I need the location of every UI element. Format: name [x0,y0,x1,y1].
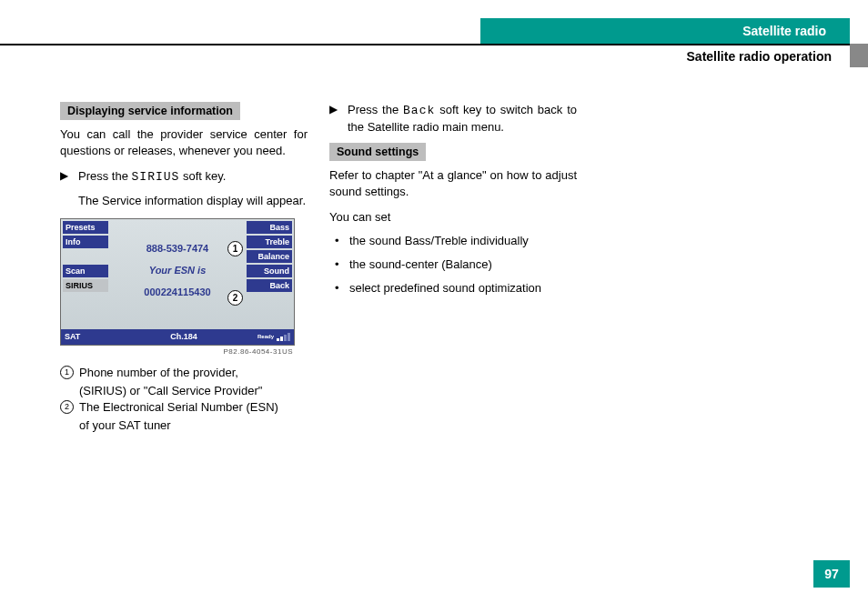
list-item: • the sound Bass/Treble individually [335,233,577,249]
step-text: Press the SIRIUS soft key. [78,168,308,186]
list-item: • the sound-center (Balance) [335,256,577,273]
step-press-back: ▶ Press the Back soft key to switch back… [329,102,577,136]
bullet-icon: • [335,233,349,249]
column-right: ▶ Press the Back soft key to switch back… [329,102,577,434]
step-arrow-icon: ▶ [329,102,348,136]
softkey-sirius: SIRIUS [132,170,180,184]
page-number: 97 [813,560,850,588]
page-content: Displaying service information You can c… [60,102,579,434]
sound-options-list: • the sound Bass/Treble individually • t… [335,233,577,296]
column-left: Displaying service information You can c… [60,102,308,434]
softkey-bass: Bass [247,221,292,234]
section-heading-displaying: Displaying service information [60,102,240,120]
step-arrow-icon: ▶ [60,168,78,186]
chapter-tab: Satellite radio [480,18,850,44]
figure-legend: 1 Phone number of the provider, (SIRIUS)… [60,365,308,434]
legend-text-2: The Electronical Serial Number (ESN) [79,399,308,416]
list-item: • select predefined sound optimization [335,280,577,296]
provider-phone: 888-539-7474 [112,243,243,254]
status-mode: SAT [65,332,110,341]
softkey-presets: Presets [63,221,108,234]
list-text: the sound-center (Balance) [349,256,492,273]
header-rule [0,44,850,45]
legend-number-1-icon: 1 [60,366,74,379]
softkey-info: Info [63,236,108,248]
step-result: The Service information display will app… [78,193,308,209]
step-text: Press the Back soft key to switch back t… [348,102,577,136]
sound-para-1: Refer to chapter "At a glance" on how to… [329,167,577,200]
callout-1-icon: 1 [227,241,243,256]
section-title: Satellite radio operation [687,49,832,64]
figure-code: P82.86-4054-31US [60,347,295,356]
softkey-back-label: Back [403,104,435,117]
callout-2-icon: 2 [227,290,243,306]
legend-number-2-icon: 2 [60,400,74,414]
softkey-sound: Sound [247,265,292,277]
softkey-back: Back [247,279,292,292]
device-screenshot: Presets Info Scan SIRIUS Bass Treble Bal… [60,218,295,356]
list-text: the sound Bass/Treble individually [349,233,529,249]
text: soft key. [179,169,226,183]
legend-item-2: 2 The Electronical Serial Number (ESN) [60,399,308,416]
device-left-softkeys: Presets Info Scan SIRIUS [63,221,108,292]
status-channel: Ch.184 [110,332,257,341]
section-heading-sound: Sound settings [329,143,426,161]
legend-text-2b: of your SAT tuner [79,417,308,434]
softkey-treble: Treble [247,236,292,248]
sound-para-2: You can set [329,209,577,226]
status-ready-label: Ready [257,334,274,339]
esn-value: 000224115430 [112,286,243,297]
device-status-bar: SAT Ch.184 Ready [61,329,294,345]
bullet-icon: • [335,256,349,273]
signal-bars-icon [277,333,290,341]
esn-label: Your ESN is [112,265,243,276]
intro-paragraph: You can call the provider service center… [60,126,308,159]
softkey-sirius-active: SIRIUS [63,279,108,292]
step-press-sirius: ▶ Press the SIRIUS soft key. [60,168,308,186]
text: Press the [348,103,403,116]
text: Press the [78,169,132,183]
legend-text-1: Phone number of the provider, [79,365,308,381]
device-center-display: 888-539-7474 Your ESN is 000224115430 [112,237,243,297]
list-text: select predefined sound optimization [349,280,541,296]
softkey-scan: Scan [63,265,108,277]
legend-text-1b: (SIRIUS) or "Call Service Provider" [79,383,308,399]
legend-item-1: 1 Phone number of the provider, [60,365,308,381]
device-right-softkeys: Bass Treble Balance Sound Back [247,221,292,292]
device-screen: Presets Info Scan SIRIUS Bass Treble Bal… [60,218,295,346]
softkey-blank [63,250,108,263]
bullet-icon: • [335,280,349,296]
edge-thumb-tab [850,44,868,67]
softkey-balance: Balance [247,250,292,263]
